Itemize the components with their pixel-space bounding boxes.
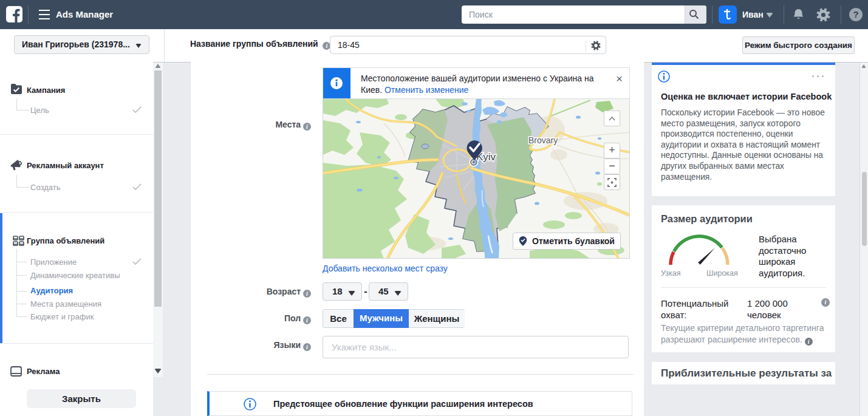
svg-text:Brovary: Brovary [528,135,558,145]
